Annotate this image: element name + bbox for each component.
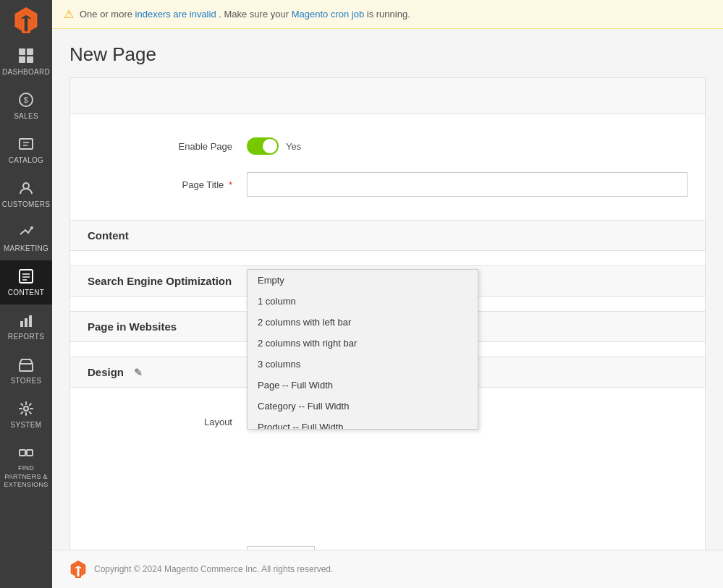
enable-page-row: Enable Page Yes — [70, 129, 705, 163]
svg-point-9 — [23, 183, 29, 189]
svg-rect-1 — [27, 48, 33, 55]
svg-rect-16 — [25, 318, 28, 327]
alert-bar: ⚠ One or more indexers are invalid . Mak… — [52, 0, 723, 29]
layout-dropdown[interactable]: Empty 1 column 2 columns with left bar 2… — [247, 269, 478, 430]
system-label: SYSTEM — [11, 420, 42, 430]
sales-label: SALES — [14, 111, 38, 121]
layout-option-2col-left[interactable]: 2 columns with left bar — [248, 312, 478, 333]
layout-option-2col-right[interactable]: 2 columns with right bar — [248, 333, 478, 354]
panel-toolbar — [70, 78, 705, 114]
page-footer: Copyright © 2024 Magento Commerce Inc. A… — [52, 550, 723, 588]
layout-label: Layout — [88, 414, 247, 427]
layout-option-empty[interactable]: Empty — [248, 270, 478, 291]
layout-option-product-full[interactable]: Product -- Full Width — [248, 417, 478, 429]
sidebar-item-partners[interactable]: FIND PARTNERS & EXTENSIONS — [0, 437, 52, 497]
sales-icon: $ — [17, 91, 35, 108]
svg-rect-11 — [20, 270, 33, 283]
layout-dropdown-list: Empty 1 column 2 columns with left bar 2… — [248, 270, 478, 429]
main-area: ⚠ One or more indexers are invalid . Mak… — [52, 0, 723, 588]
marketing-label: MARKETING — [4, 244, 48, 253]
catalog-icon — [17, 135, 35, 153]
layout-option-3col[interactable]: 3 columns — [248, 354, 478, 375]
svg-rect-18 — [20, 364, 33, 371]
layout-option-1col[interactable]: 1 column — [248, 291, 478, 312]
svg-rect-3 — [27, 56, 33, 63]
sidebar-item-stores[interactable]: STORES — [0, 349, 52, 393]
svg-rect-6 — [20, 139, 33, 149]
page-title-label: Page Title * — [88, 179, 247, 190]
svg-rect-15 — [20, 321, 23, 327]
content-icon — [17, 268, 35, 285]
layout-row: Layout Empty 1 column 2 columns with lef… — [70, 399, 705, 436]
stores-label: STORES — [11, 376, 42, 385]
partners-label: FIND PARTNERS & EXTENSIONS — [4, 464, 48, 490]
custom-layout-row: Custom Layout Update No update ▼ ? — [70, 537, 705, 550]
svg-rect-21 — [27, 450, 33, 456]
cron-link[interactable]: Magento cron job — [292, 9, 364, 20]
design-section-body: Layout Empty 1 column 2 columns with lef… — [70, 388, 705, 550]
content-label: CONTENT — [8, 288, 44, 297]
sidebar-item-catalog[interactable]: CATALOG — [0, 128, 52, 172]
custom-layout-select[interactable]: No update — [247, 546, 315, 550]
catalog-label: CATALOG — [9, 155, 43, 165]
sidebar-item-reports[interactable]: REPORTS — [0, 304, 52, 349]
footer-copyright: Copyright © 2024 Magento Commerce Inc. A… — [94, 564, 333, 574]
sidebar-item-dashboard[interactable]: DASHBOARD — [0, 40, 52, 84]
svg-rect-17 — [29, 315, 32, 327]
alert-text: One or more indexers are invalid . Make … — [80, 9, 410, 20]
page-title: New Page — [69, 43, 706, 66]
svg-point-19 — [24, 406, 28, 411]
form-panel: Enable Page Yes Page Title * — [69, 77, 706, 550]
custom-layout-select-container: No update ▼ — [247, 546, 315, 550]
customers-label: CUSTOMERS — [2, 200, 50, 209]
dashboard-label: DASHBOARD — [2, 67, 50, 77]
svg-point-10 — [30, 226, 33, 229]
design-edit-icon[interactable]: ✎ — [134, 367, 143, 378]
sidebar-item-customers[interactable]: CUSTOMERS — [0, 172, 52, 216]
sidebar: DASHBOARD $ SALES CATALOG CUSTOMERS MARK… — [0, 0, 52, 588]
reports-label: REPORTS — [8, 332, 44, 341]
page-title-control — [247, 172, 688, 197]
magento-logo-icon — [13, 7, 39, 33]
customers-icon — [17, 179, 35, 197]
sidebar-item-sales[interactable]: $ SALES — [0, 84, 52, 128]
indexers-link[interactable]: indexers are invalid — [135, 9, 216, 20]
layout-option-page-full[interactable]: Page -- Full Width — [248, 375, 478, 396]
dashboard-icon — [17, 47, 35, 64]
reports-icon — [17, 312, 35, 329]
page-title-row: Page Title * — [70, 163, 705, 205]
marketing-icon — [17, 223, 35, 241]
enable-page-value: Yes — [286, 141, 301, 152]
layout-option-category-full[interactable]: Category -- Full Width — [248, 396, 478, 417]
content-section-header[interactable]: Content — [70, 220, 705, 251]
sidebar-item-system[interactable]: SYSTEM — [0, 393, 52, 437]
svg-rect-0 — [19, 48, 25, 55]
sidebar-item-marketing[interactable]: MARKETING — [0, 216, 52, 260]
partners-icon — [17, 444, 35, 461]
footer-logo-icon — [69, 561, 87, 578]
content-section-body — [70, 251, 705, 265]
enable-page-toggle[interactable] — [247, 137, 279, 155]
page-title-input[interactable] — [247, 172, 688, 197]
page-content: New Page Enable Page Yes Page Title * — [52, 29, 723, 550]
system-icon — [17, 400, 35, 417]
alert-icon: ⚠ — [64, 7, 74, 21]
sidebar-logo — [0, 0, 52, 40]
enable-page-label: Enable Page — [88, 141, 247, 152]
stores-icon — [17, 356, 35, 373]
sidebar-item-content[interactable]: CONTENT — [0, 260, 52, 304]
svg-text:$: $ — [24, 95, 28, 104]
svg-rect-2 — [19, 56, 25, 63]
svg-rect-20 — [20, 450, 25, 456]
enable-page-control: Yes — [247, 137, 688, 155]
